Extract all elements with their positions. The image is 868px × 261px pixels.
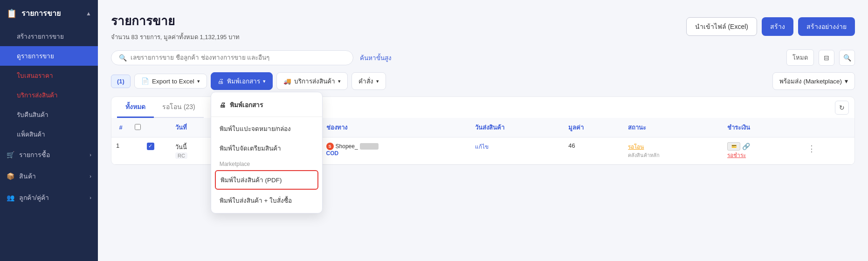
- sidebar-item-sale-list[interactable]: ดูรายการขาย: [0, 46, 98, 66]
- page-title-block: รายการขาย จำนวน 83 รายการ, มูลค่าทั้งหมด…: [111, 11, 240, 42]
- order-button[interactable]: คำสั่ง ▾: [351, 72, 386, 90]
- more-options-button[interactable]: ⋮: [805, 142, 818, 155]
- sidebar-product-label: สินค้า: [19, 171, 36, 181]
- chevron-right-icon-3: ›: [90, 195, 91, 200]
- order-label: คำสั่ง: [358, 76, 373, 86]
- print-label-item[interactable]: พิมพ์ใบแปะจดหมาย/กล่อง: [211, 119, 322, 138]
- toolbar: (1) 📄 Export to Excel ▾ 🖨 พิมพ์เอกสาร ▾ …: [111, 72, 855, 90]
- filter-icon: ⊟: [824, 54, 829, 62]
- sidebar-main-label: รายการขาย: [21, 7, 61, 19]
- row-rc-badge: RC: [175, 152, 187, 159]
- cart-icon: 🛒: [7, 151, 14, 158]
- sidebar: 📋 รายการขาย ▲ สร้างรายการขาย ดูรายการขาย…: [0, 0, 98, 261]
- row-payment: 💳 🔗 รอชำระ: [723, 137, 800, 165]
- top-actions: นำเข้าไฟล์ (Excel) สร้าง สร้างอย่างง่าย: [686, 17, 855, 36]
- tab-all[interactable]: ทั้งหมด: [117, 97, 154, 118]
- print-pdf-invoice-label: พิมพ์ใบส่งสินค้า + ใบสั่งซื้อ: [220, 195, 292, 206]
- chevron-up-icon: ▲: [86, 10, 91, 17]
- shipping-service-button[interactable]: 🚚 บริการส่งสินค้า ▾: [276, 72, 348, 90]
- sidebar-item-shipping[interactable]: บริการส่งสินค้า: [0, 85, 98, 105]
- tabs: ทั้งหมด รอโอน (23): [117, 97, 204, 118]
- sidebar-item-product[interactable]: 📦 สินค้า ›: [0, 165, 98, 187]
- print-label: พิมพ์เอกสาร: [227, 76, 260, 86]
- sidebar-item-pack[interactable]: แพ็คสินค้า: [0, 124, 98, 144]
- sidebar-purchase-label: รายการซื้อ: [19, 150, 50, 160]
- payment-link[interactable]: รอชำระ: [727, 151, 796, 159]
- col-actions: [800, 118, 854, 137]
- page-title: รายการขาย: [111, 11, 240, 30]
- tab-waiting[interactable]: รอโอน (23): [154, 97, 204, 118]
- select-all-checkbox[interactable]: [135, 124, 141, 130]
- print-doc-label: พิมพ์เอกสาร: [230, 100, 263, 110]
- print-label-label: พิมพ์ใบแปะจดหมาย/กล่อง: [220, 124, 291, 134]
- export-label: Export to Excel: [152, 78, 194, 85]
- search-row: 🔍 ค้นหาขั้นสูง โหมด ⊟ 🔍: [111, 49, 855, 66]
- sidebar-item-purchase[interactable]: 🛒 รายการซื้อ ›: [0, 144, 98, 165]
- link-icon: 🔗: [742, 143, 750, 150]
- row-channel: S Shopee_ COD: [322, 137, 470, 165]
- sidebar-item-quotation[interactable]: ใบเสนอราคา: [0, 66, 98, 85]
- shipping-chevron-icon: ▾: [338, 78, 341, 84]
- order-chevron-icon: ▾: [376, 78, 379, 84]
- row-status: รอโอน คลังสินค้าหลัก: [623, 137, 723, 165]
- chevron-right-icon: ›: [90, 152, 91, 158]
- sale-icon: 📋: [7, 8, 17, 19]
- col-shipping-date: วันส่งสินค้า: [470, 118, 564, 137]
- refresh-icon: ↻: [839, 104, 845, 111]
- col-value: มูลค่า: [564, 118, 623, 137]
- magnify-icon: 🔍: [843, 54, 851, 62]
- refresh-button[interactable]: ↻: [835, 101, 849, 115]
- sidebar-item-create-sale[interactable]: สร้างรายการขาย: [0, 27, 98, 46]
- import-excel-button[interactable]: นำเข้าไฟล์ (Excel): [686, 17, 757, 36]
- box-icon: 📦: [7, 172, 14, 180]
- row-checkbox[interactable]: ✓: [147, 143, 154, 150]
- col-payment: ชำระเงิน: [723, 118, 800, 137]
- shopee-id-blurred: [360, 143, 379, 150]
- advanced-search-link[interactable]: ค้นหาขั้นสูง: [360, 53, 392, 63]
- col-status: สถานะ: [623, 118, 723, 137]
- create-button[interactable]: สร้าง: [762, 17, 793, 36]
- row-more-cell: ⋮: [800, 137, 854, 165]
- truck-icon: 🚚: [283, 77, 291, 85]
- status-chevron-icon: ▾: [845, 77, 848, 85]
- chevron-right-icon-2: ›: [90, 173, 91, 179]
- search-input[interactable]: [131, 54, 345, 61]
- col-channel: ช่องทาง: [322, 118, 470, 137]
- mode-button[interactable]: โหมด: [786, 49, 814, 66]
- print-pdf-item[interactable]: พิมพ์ใบส่งสินค้า (PDF): [215, 170, 318, 190]
- status-filter-label: พร้อมส่ง (Marketplace): [779, 76, 842, 86]
- print-pdf-invoice-item[interactable]: พิมพ์ใบส่งสินค้า + ใบสั่งซื้อ: [211, 191, 322, 210]
- sidebar-item-return[interactable]: รับคืนสินค้า: [0, 105, 98, 124]
- payment-icons: 💳 🔗: [727, 142, 796, 151]
- print-chevron-icon: ▾: [263, 78, 266, 84]
- row-channel-shopee: S Shopee_: [326, 143, 379, 150]
- print-pack-item[interactable]: พิมพ์ใบจัดเตรียมสินค้า: [211, 138, 322, 158]
- page-header: รายการขาย จำนวน 83 รายการ, มูลค่าทั้งหมด…: [111, 11, 855, 42]
- cod-badge: COD: [326, 150, 466, 157]
- export-excel-button[interactable]: 📄 Export to Excel ▾: [134, 74, 207, 89]
- print-dropdown-wrapper: 🖨 พิมพ์เอกสาร ▾ 🖨 พิมพ์เอกสาร พิมพ์ใบแปะ…: [211, 72, 273, 90]
- selection-count-badge: (1): [111, 75, 131, 88]
- status-filter-button[interactable]: พร้อมส่ง (Marketplace) ▾: [772, 72, 855, 90]
- create-easy-button[interactable]: สร้างอย่างง่าย: [798, 17, 855, 36]
- row-value: 46: [564, 137, 623, 165]
- edit-shipping-link[interactable]: แก้ไข: [475, 144, 489, 150]
- marketplace-section-label: Marketplace: [211, 158, 322, 169]
- print-button[interactable]: 🖨 พิมพ์เอกสาร ▾: [211, 72, 273, 90]
- row-checkbox-cell: ✓: [130, 137, 171, 165]
- search-right: โหมด ⊟ 🔍: [786, 49, 855, 66]
- status-link[interactable]: รอโอน: [628, 142, 718, 151]
- print-doc-icon: 🖨: [220, 102, 226, 109]
- search-box: 🔍: [111, 50, 353, 65]
- col-check: [130, 118, 171, 137]
- print-pdf-label: พิมพ์ใบส่งสินค้า (PDF): [220, 175, 282, 185]
- sidebar-item-customer[interactable]: 👥 ลูกค้า/คู่ค้า ›: [0, 187, 98, 208]
- search-icon-btn[interactable]: 🔍: [839, 50, 855, 66]
- divider-1: [211, 117, 322, 117]
- filter-icon-btn[interactable]: ⊟: [819, 50, 834, 66]
- sidebar-header: 📋 รายการขาย ▲: [0, 0, 98, 27]
- chevron-down-icon: ▾: [197, 78, 200, 84]
- print-icon: 🖨: [218, 78, 224, 85]
- sidebar-customer-label: ลูกค้า/คู่ค้า: [19, 192, 49, 203]
- status-subtext: คลังสินค้าหลัก: [628, 151, 718, 159]
